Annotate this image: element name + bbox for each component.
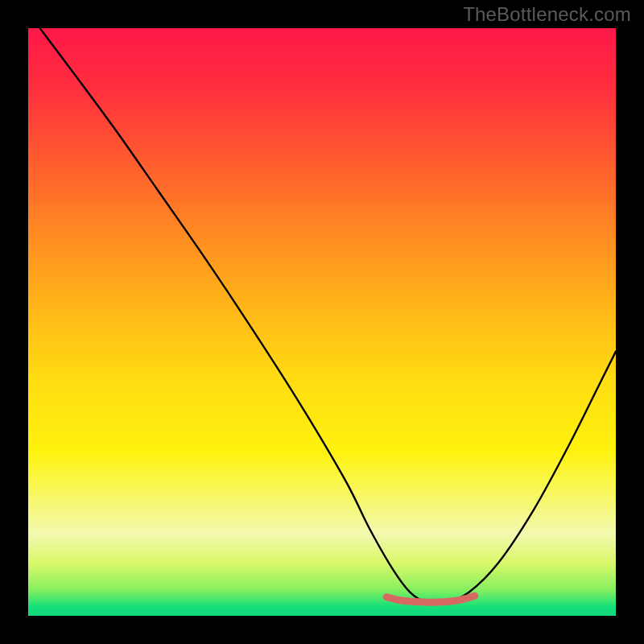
watermark-text: TheBottleneck.com: [463, 3, 631, 26]
plot-area: [28, 28, 616, 616]
chart-svg: [28, 28, 616, 616]
svg-rect-0: [28, 28, 616, 616]
